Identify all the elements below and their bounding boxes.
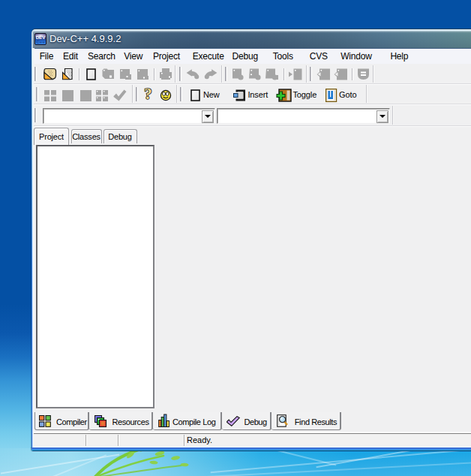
svg-text:?: ?: [144, 86, 152, 101]
svg-text:C++: C++: [36, 39, 45, 44]
